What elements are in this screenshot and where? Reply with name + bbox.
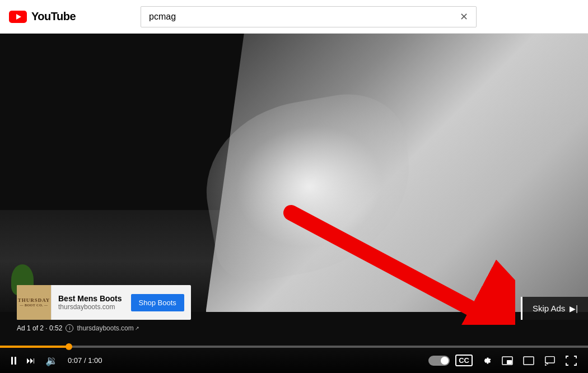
header: YouTube ✕ (0, 0, 588, 34)
svg-rect-7 (545, 356, 554, 362)
youtube-logo-text: YouTube (31, 10, 76, 23)
ad-info-link[interactable]: thursdayboots.com ↗ (77, 324, 139, 332)
theater-button[interactable] (521, 354, 536, 367)
ad-counter: Ad 1 of 2 · 0:52 (17, 324, 62, 332)
logo-area: YouTube (9, 10, 76, 23)
info-icon[interactable]: i (66, 324, 73, 332)
video-player: THURSDAY — BOOT CO. — Best Mens Boots th… (0, 34, 588, 373)
search-input[interactable] (149, 12, 460, 22)
time-display: 0:07 / 1:00 (68, 356, 102, 365)
ad-text: Best Mens Boots thursdayboots.com (52, 290, 129, 315)
ad-info-bar: Ad 1 of 2 · 0:52 i thursdayboots.com ↗ (17, 324, 139, 332)
cc-button[interactable]: CC (455, 355, 473, 366)
video-scene (0, 34, 588, 373)
cc-icon: CC (459, 356, 469, 365)
ad-overlay: THURSDAY — BOOT CO. — Best Mens Boots th… (17, 285, 191, 320)
settings-button[interactable] (478, 353, 494, 369)
gear-icon (480, 355, 492, 366)
miniplayer-button[interactable] (500, 354, 515, 367)
youtube-icon (9, 11, 27, 23)
next-icon: ⏭ (26, 356, 35, 366)
volume-button[interactable]: 🔉 (43, 352, 60, 369)
ad-url: thursdayboots.com (58, 303, 122, 311)
pause-icon (11, 357, 16, 365)
ad-logo: THURSDAY — BOOT CO. — (17, 285, 52, 320)
theater-icon (523, 356, 534, 365)
autoplay-toggle[interactable] (428, 356, 450, 366)
fullscreen-button[interactable] (563, 353, 579, 368)
svg-rect-5 (507, 360, 512, 364)
skip-ads-label: Skip Ads (533, 304, 565, 313)
skip-ads-button[interactable]: Skip Ads ▶| (521, 297, 588, 320)
ad-cta-button[interactable]: Shop Boots (131, 294, 184, 311)
fullscreen-icon (566, 356, 577, 366)
pause-button[interactable] (9, 355, 18, 367)
cast-button[interactable] (542, 353, 558, 368)
ad-logo-sub: — BOOT CO. — (20, 304, 48, 307)
controls-bar: ⏭ 🔉 0:07 / 1:00 CC (0, 348, 588, 373)
cast-icon (544, 356, 556, 366)
next-button[interactable]: ⏭ (24, 353, 38, 368)
volume-icon: 🔉 (45, 355, 58, 367)
search-clear-button[interactable]: ✕ (460, 12, 468, 22)
external-link-icon: ↗ (135, 325, 139, 331)
svg-rect-6 (524, 357, 534, 365)
ad-logo-brand: THURSDAY (18, 297, 50, 304)
ad-title: Best Mens Boots (58, 294, 122, 303)
search-bar: ✕ (141, 6, 477, 27)
time-current: 0:07 (68, 356, 82, 365)
miniplayer-icon (502, 356, 513, 365)
ad-link-text: thursdayboots.com (77, 324, 133, 332)
skip-icon: ▶| (570, 304, 578, 313)
time-total: 1:00 (88, 356, 102, 365)
